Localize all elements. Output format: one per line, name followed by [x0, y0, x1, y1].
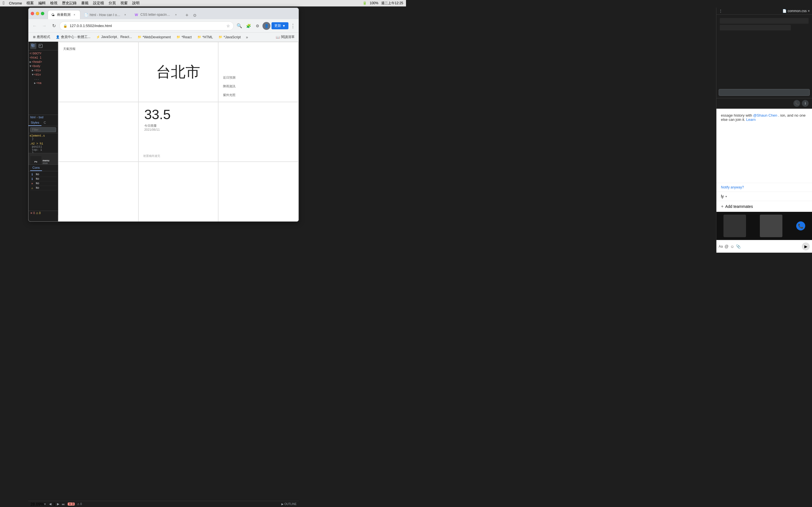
tab-favicon-css: W: [135, 13, 139, 17]
browser-viewport: 天氣預報 台北市 近日預測 降雨資訊 紫外光照 33.5 今日雨量 2021/0…: [58, 42, 299, 222]
menu-chrome[interactable]: Chrome: [9, 1, 22, 5]
bookmark-member-label: 會員中心 - 軟體工...: [61, 35, 91, 40]
maximize-button[interactable]: [41, 12, 44, 15]
update-button[interactable]: 更新 ▼: [271, 22, 289, 29]
console-row-3: ✕ No: [30, 181, 56, 186]
bookmark-javascript[interactable]: 📁 *JavaScript: [216, 35, 243, 40]
apps-icon: ⊞: [33, 35, 36, 39]
menu-file[interactable]: 檔案: [27, 1, 34, 6]
bookmark-star-icon[interactable]: ☆: [226, 24, 230, 28]
warn-icon: ⚠: [30, 186, 34, 190]
tab-close-rain[interactable]: ×: [72, 13, 77, 17]
minimize-button[interactable]: [36, 12, 39, 15]
style-selector-a2h1: .A2 > h1: [30, 142, 57, 145]
profile-avatar[interactable]: 👤: [262, 22, 270, 30]
nav-rain-info[interactable]: 降雨資訊: [223, 84, 236, 89]
section-label: 天氣預報: [63, 47, 134, 51]
menu-tabs[interactable]: 分頁: [109, 1, 116, 6]
bookmark-html[interactable]: 📁 *HTML: [195, 35, 215, 40]
content-area: <!DOCTY <html l ▶ <head> ▼ <body ▶ <div …: [29, 42, 299, 222]
tab-styles[interactable]: Styles: [29, 120, 42, 126]
reading-list-button[interactable]: 📖 閱讀清單: [274, 34, 296, 40]
extension-puzzle[interactable]: ⚙: [253, 22, 261, 30]
styles-filter: [29, 126, 58, 133]
console-tab[interactable]: Cons: [30, 165, 42, 171]
update-label: 更新: [274, 23, 281, 28]
bookmark-apps[interactable]: ⊞ 應用程式: [31, 34, 52, 40]
console-tool[interactable]: [38, 43, 44, 49]
bookmarks-more-button[interactable]: »: [244, 34, 250, 40]
breadcrumb-body[interactable]: bod: [39, 116, 43, 119]
tab-computed[interactable]: C: [42, 120, 48, 126]
chrome-window: 🌤 兩量觀測 × 📄 html - How can I override mar…: [28, 8, 299, 222]
menu-history[interactable]: 歷史記錄: [62, 1, 77, 6]
init-status: 初置積尚達完: [143, 154, 160, 158]
reading-list-label: 閱讀清單: [281, 35, 295, 40]
preview-title: menu: [43, 159, 49, 162]
menu-view[interactable]: 檢視: [50, 1, 57, 6]
menu-window[interactable]: 視窗: [120, 1, 128, 6]
extensions-icon[interactable]: 🧩: [245, 22, 252, 30]
folder-webdev-icon: 📁: [138, 35, 142, 39]
menubar:  Chrome 檔案 編輯 檢視 歷史記錄 書籤 設定檔 分頁 視窗 說明 🔋…: [0, 0, 406, 6]
nav-uv[interactable]: 紫外光照: [223, 93, 236, 97]
apple-menu[interactable]: : [3, 1, 4, 6]
js-icon: ⚡: [96, 35, 100, 39]
bookmark-member[interactable]: 👤 會員中心 - 軟體工...: [54, 34, 93, 40]
bookmark-js-react[interactable]: ⚡ JavaScript、React...: [94, 34, 134, 40]
close-button[interactable]: [31, 12, 34, 15]
tab-rain[interactable]: 🌤 兩量觀測 ×: [48, 10, 80, 19]
breadcrumb-html[interactable]: html: [30, 116, 36, 119]
info-icon-2: ℹ: [30, 177, 34, 181]
reload-button[interactable]: ↻: [50, 22, 58, 30]
bookmark-react[interactable]: 📁 *React: [174, 35, 194, 40]
weather-empty-3-3: [218, 162, 298, 222]
tab-close-css[interactable]: ×: [174, 13, 178, 17]
inspector-tool[interactable]: [30, 43, 36, 49]
console-text-4: No: [36, 186, 39, 189]
menu-profiles[interactable]: 設定檔: [93, 1, 104, 6]
city-name: 台北市: [156, 64, 200, 79]
tab-favicon-rain: 🌤: [51, 13, 55, 17]
back-button[interactable]: ←: [31, 22, 39, 30]
folder-js-icon: 📁: [218, 35, 222, 39]
menu-edit[interactable]: 編輯: [38, 1, 46, 6]
chrome-menu-button[interactable]: ⋮: [290, 22, 296, 29]
nav-forecast[interactable]: 近日預測: [223, 75, 236, 80]
tab-close-html[interactable]: ×: [123, 13, 128, 17]
nav-bar: ← → ↻ 🔒 127.0.0.1:5502/index.html ☆ 🔍 🧩 …: [29, 19, 299, 33]
menu-help[interactable]: 說明: [132, 1, 140, 6]
bookmarks-bar: ⊞ 應用程式 👤 會員中心 - 軟體工... ⚡ JavaScript、Reac…: [29, 33, 299, 42]
style-prop-top: top: 1: [32, 149, 57, 152]
chevron-down-icon: ▼: [282, 24, 286, 28]
tab-css[interactable]: W CSS letter-spacing 文字間的字... ×: [131, 10, 182, 19]
weather-header: 天氣預報: [58, 42, 139, 102]
search-button[interactable]: 🔍: [236, 22, 243, 30]
reading-list-icon: 📖: [276, 35, 280, 39]
console-output: ℹ No ℹ No ✕ No ⚠ No: [29, 171, 58, 211]
styles-filter-input[interactable]: [30, 127, 56, 132]
menu-bookmarks[interactable]: 書籤: [81, 1, 89, 6]
url-text: 127.0.0.1:5502/index.html: [70, 24, 224, 28]
error-icon: ✕: [30, 182, 34, 185]
breadcrumb-separator: ›: [37, 116, 38, 119]
dom-tree: <!DOCTY <html l ▶ <head> ▼ <body ▶ <div …: [29, 50, 58, 115]
weather-nav: 近日預測 降雨資訊 紫外光照: [218, 42, 298, 102]
rain-value: 33.5: [144, 108, 213, 121]
tab-label-html: html - How can I override mar...: [90, 13, 121, 17]
forward-button[interactable]: →: [40, 22, 48, 30]
bookmark-webdev[interactable]: 📁 *WebDevelopment: [135, 35, 173, 40]
nav-right: 🔍 🧩 ⚙ 👤 更新 ▼ ⋮: [236, 22, 296, 30]
warn-count: 0: [39, 212, 41, 215]
weather-empty-2-1: [58, 102, 139, 162]
new-tab-button[interactable]: +: [183, 11, 191, 19]
tab-strip-menu[interactable]: ⊙: [191, 11, 199, 19]
console-badge-bar: ✕ 0 ⚠ 0: [29, 211, 58, 215]
console-text-1: No: [36, 173, 39, 176]
tab-html[interactable]: 📄 html - How can I override mar... ×: [80, 10, 131, 19]
traffic-lights: [31, 12, 44, 15]
address-bar[interactable]: 🔒 127.0.0.1:5502/index.html ☆: [59, 21, 234, 31]
weather-empty-2-3: [218, 102, 298, 162]
tab-label-rain: 兩量觀測: [57, 12, 70, 17]
battery-percent: 100%: [370, 1, 378, 5]
